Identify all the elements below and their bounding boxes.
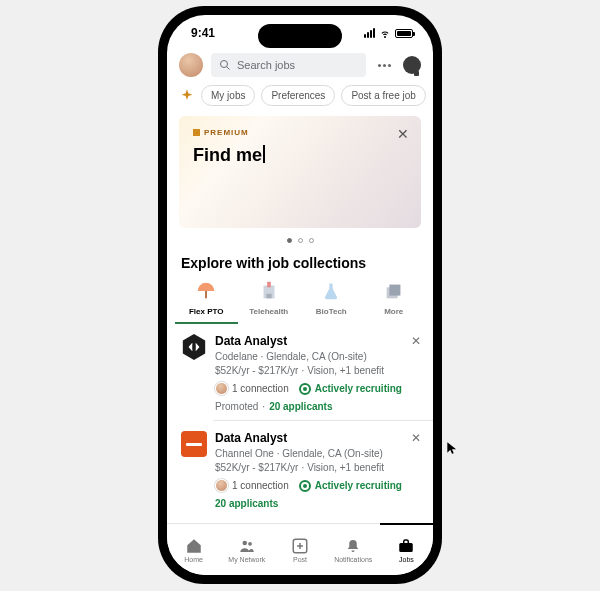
carousel-dot-3[interactable] bbox=[309, 238, 314, 243]
carousel-dot-1[interactable] bbox=[287, 238, 292, 243]
nav-label: Jobs bbox=[399, 556, 414, 563]
job-card[interactable]: Data Analyst Channel One · Glendale, CA … bbox=[167, 421, 433, 517]
job-location: Glendale, CA (On-site) bbox=[266, 351, 367, 362]
dynamic-island bbox=[258, 24, 342, 48]
job-title: Data Analyst bbox=[215, 334, 419, 348]
job-badges: 1 connection Actively recruiting bbox=[215, 382, 419, 395]
nav-jobs[interactable]: Jobs bbox=[380, 523, 433, 575]
job-status: Actively recruiting bbox=[315, 480, 402, 491]
job-list: Data Analyst Codelane · Glendale, CA (On… bbox=[167, 324, 433, 523]
banner-close-button[interactable]: ✕ bbox=[397, 126, 409, 142]
job-salary: $52K/yr - $217K/yr bbox=[215, 365, 298, 376]
top-bar: Search jobs bbox=[167, 51, 433, 85]
dismiss-job-button[interactable]: ✕ bbox=[411, 431, 421, 445]
svg-rect-11 bbox=[400, 543, 414, 552]
dismiss-job-button[interactable]: ✕ bbox=[411, 334, 421, 348]
svg-rect-2 bbox=[205, 291, 207, 298]
job-body: Data Analyst Codelane · Glendale, CA (On… bbox=[215, 334, 419, 412]
tab-biotech[interactable]: BioTech bbox=[300, 279, 363, 324]
svg-point-0 bbox=[221, 61, 228, 68]
hospital-icon bbox=[257, 279, 281, 303]
tab-label: More bbox=[384, 307, 403, 316]
bottom-nav: Home My Network Post Notifications Jobs bbox=[167, 523, 433, 575]
job-badges: 1 connection Actively recruiting bbox=[215, 479, 419, 492]
search-placeholder: Search jobs bbox=[237, 59, 295, 71]
wifi-icon bbox=[379, 27, 391, 39]
job-company-line: Channel One · Glendale, CA (On-site) bbox=[215, 448, 419, 459]
battery-icon bbox=[395, 29, 413, 38]
messaging-button[interactable] bbox=[403, 56, 421, 74]
company-logo-codelane bbox=[181, 334, 207, 360]
job-footer: Promoted · 20 applicants bbox=[215, 401, 419, 412]
job-status: Actively recruiting bbox=[315, 383, 402, 394]
job-connection: 1 connection bbox=[232, 383, 289, 394]
umbrella-icon bbox=[194, 279, 218, 303]
cellular-icon bbox=[364, 28, 375, 38]
svg-line-1 bbox=[227, 67, 230, 70]
nav-my-network[interactable]: My Network bbox=[220, 524, 273, 575]
category-tabs: Flex PTO Telehealth BioTech More bbox=[167, 279, 433, 324]
nav-home[interactable]: Home bbox=[167, 524, 220, 575]
svg-rect-7 bbox=[389, 285, 400, 296]
svg-point-9 bbox=[248, 541, 252, 545]
banner-typed-text: Find me bbox=[193, 145, 262, 166]
tab-more[interactable]: More bbox=[363, 279, 426, 324]
chip-post-free-job[interactable]: Post a free job bbox=[341, 85, 425, 106]
chip-preferences[interactable]: Preferences bbox=[261, 85, 335, 106]
briefcase-icon bbox=[397, 537, 415, 555]
people-icon bbox=[238, 537, 256, 555]
explore-heading: Explore with job collections bbox=[167, 251, 433, 279]
nav-notifications[interactable]: Notifications bbox=[327, 524, 380, 575]
search-input[interactable]: Search jobs bbox=[211, 53, 366, 77]
status-time: 9:41 bbox=[191, 26, 215, 40]
screen: 9:41 Search jobs My jobs Preferences Pos… bbox=[167, 15, 433, 575]
profile-avatar[interactable] bbox=[179, 53, 203, 77]
ai-sparkle-icon[interactable] bbox=[179, 88, 195, 104]
svg-rect-5 bbox=[266, 294, 272, 299]
job-benefit: Vision, +1 benefit bbox=[307, 365, 384, 376]
premium-square-icon bbox=[193, 129, 200, 136]
overflow-menu-button[interactable] bbox=[374, 64, 395, 67]
job-title: Data Analyst bbox=[215, 431, 419, 445]
connection-avatar-icon bbox=[215, 479, 228, 492]
premium-badge-text: PREMIUM bbox=[204, 128, 249, 137]
job-salary: $52K/yr - $217K/yr bbox=[215, 462, 298, 473]
text-cursor-icon bbox=[263, 145, 265, 163]
job-promoted: Promoted bbox=[215, 401, 258, 412]
nav-label: Post bbox=[293, 556, 307, 563]
tab-label: BioTech bbox=[316, 307, 347, 316]
phone-frame: 9:41 Search jobs My jobs Preferences Pos… bbox=[158, 6, 442, 584]
job-salary-line: $52K/yr - $217K/yrVision, +1 benefit bbox=[215, 462, 419, 473]
flask-icon bbox=[319, 279, 343, 303]
home-icon bbox=[185, 537, 203, 555]
carousel-dots[interactable] bbox=[167, 228, 433, 251]
job-card[interactable]: Data Analyst Codelane · Glendale, CA (On… bbox=[167, 324, 433, 420]
tab-flex-pto[interactable]: Flex PTO bbox=[175, 279, 238, 324]
nav-label: Notifications bbox=[334, 556, 372, 563]
chip-my-jobs[interactable]: My jobs bbox=[201, 85, 255, 106]
job-connection: 1 connection bbox=[232, 480, 289, 491]
bell-icon bbox=[344, 537, 362, 555]
job-salary-line: $52K/yr - $217K/yrVision, +1 benefit bbox=[215, 365, 419, 376]
nav-post[interactable]: Post bbox=[273, 524, 326, 575]
premium-banner[interactable]: PREMIUM ✕ Find me bbox=[179, 116, 421, 228]
tab-label: Flex PTO bbox=[189, 307, 224, 316]
plus-square-icon bbox=[291, 537, 309, 555]
svg-rect-4 bbox=[267, 282, 271, 288]
status-right bbox=[364, 27, 413, 39]
carousel-dot-2[interactable] bbox=[298, 238, 303, 243]
job-applicants: 20 applicants bbox=[269, 401, 332, 412]
tab-label: Telehealth bbox=[249, 307, 288, 316]
job-chips-row: My jobs Preferences Post a free job bbox=[167, 85, 433, 116]
search-icon bbox=[219, 59, 231, 71]
stack-icon bbox=[382, 279, 406, 303]
job-body: Data Analyst Channel One · Glendale, CA … bbox=[215, 431, 419, 509]
job-company: Channel One bbox=[215, 448, 274, 459]
mouse-cursor-icon bbox=[445, 441, 459, 455]
job-location: Glendale, CA (On-site) bbox=[282, 448, 383, 459]
target-icon bbox=[299, 383, 311, 395]
tab-telehealth[interactable]: Telehealth bbox=[238, 279, 301, 324]
job-company-line: Codelane · Glendale, CA (On-site) bbox=[215, 351, 419, 362]
connection-avatar-icon bbox=[215, 382, 228, 395]
job-footer: 20 applicants bbox=[215, 498, 419, 509]
